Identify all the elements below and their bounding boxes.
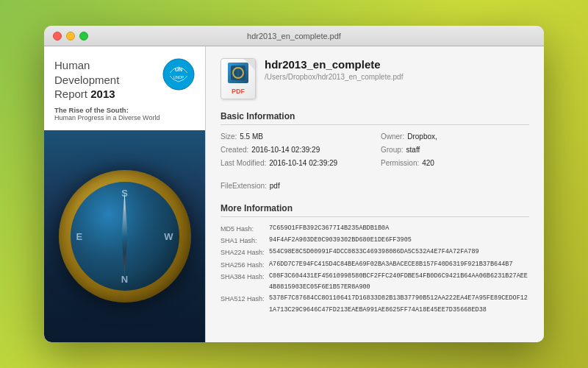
- modified-value: 2016-10-14 02:39:29: [269, 158, 337, 169]
- file-header: PDF hdr2013_en_complete /Users/Dropbox/h…: [220, 58, 529, 99]
- extension-value: pdf: [270, 180, 280, 193]
- pdf-thumbnail-icon: [231, 66, 245, 80]
- owner-label: Owner:: [381, 131, 404, 143]
- size-row: Size: 5.5 MB: [220, 131, 369, 143]
- md5-label: MD5 Hash:: [220, 223, 265, 235]
- sha224-value: 554C98E8C5D00991F4DCC0833C469398086DA5C5…: [269, 247, 479, 258]
- extension-row: FileExtension: pdf: [220, 180, 529, 193]
- md5-row: MD5 Hash: 7C659O1FFB392C3677I4B235ABDB1B…: [220, 223, 529, 235]
- hash-table: MD5 Hash: 7C659O1FFB392C3677I4B235ABDB1B…: [220, 223, 529, 316]
- sha224-label: SHA224 Hash:: [220, 247, 265, 258]
- undp-logo: UN UNDP: [162, 58, 195, 91]
- owner-value: Dropbox,: [407, 131, 437, 143]
- pdf-subtitle-line1: The Rise of the South:: [54, 106, 195, 114]
- sha512-label: SHA512 Hash:: [220, 293, 265, 305]
- file-type-label: PDF: [232, 88, 245, 95]
- created-label: Created:: [220, 144, 248, 156]
- extension-label: FileExtension:: [220, 180, 267, 193]
- close-button[interactable]: [53, 32, 62, 40]
- created-row: Created: 2016-10-14 02:39:29: [220, 144, 369, 156]
- maximize-button[interactable]: [79, 32, 88, 40]
- sha224-row: SHA224 Hash: 554C98E8C5D00991F4DCC0833C4…: [220, 247, 529, 258]
- group-label: Group:: [381, 144, 404, 156]
- sha384-value: C08F3C604431EF45610998580BCF2FFC240FDBE5…: [269, 271, 529, 294]
- basic-info-grid: Size: 5.5 MB Owner: Dropbox, Created: 20…: [220, 131, 529, 169]
- sha256-row: SHA256 Hash: A76DD7C7E94FC415D4C84BEA69F…: [220, 259, 529, 271]
- svg-text:UNDP: UNDP: [173, 75, 184, 79]
- sha1-row: SHA1 Hash: 94F4AF2A903DE0C9039302BD680E1…: [220, 235, 529, 247]
- permission-label: Permission:: [381, 158, 419, 169]
- sha384-label: SHA384 Hash:: [220, 271, 265, 294]
- file-title-block: hdr2013_en_complete /Users/Dropbox/hdr20…: [265, 58, 529, 81]
- permission-value: 420: [422, 158, 434, 169]
- created-value: 2016-10-14 02:39:29: [251, 144, 320, 156]
- md5-value: 7C659O1FFB392C3677I4B235ABDB1B0A: [269, 223, 389, 235]
- modified-row: Last Modified: 2016-10-14 02:39:29: [220, 158, 369, 169]
- group-value: staff: [406, 144, 420, 156]
- file-icon-thumbnail: [228, 63, 248, 83]
- size-label: Size:: [220, 131, 237, 143]
- more-info-title: More Information: [220, 203, 529, 217]
- file-path: /Users/Dropbox/hdr2013_en_complete.pdf: [265, 73, 529, 81]
- sha256-value: A76DD7C7E94FC415D4C84BEA69F02BA3ABACECE8…: [269, 259, 513, 271]
- compass-west: W: [164, 230, 173, 241]
- sha512-value: 5378F7C87684CC8O1106417D16833D82B13B3779…: [269, 293, 529, 316]
- sha1-label: SHA1 Hash:: [220, 235, 265, 247]
- compass-container: N S E W: [44, 130, 205, 343]
- right-panel: PDF hdr2013_en_complete /Users/Dropbox/h…: [206, 46, 544, 342]
- owner-row: Owner: Dropbox,: [381, 131, 529, 143]
- file-icon: PDF: [220, 58, 256, 99]
- sha1-value: 94F4AF2A903DE0C9039302BD680E1DE6FF3905: [269, 235, 412, 247]
- window-content: UN UNDP Human Development Report 2013 Th…: [44, 46, 544, 342]
- permission-row: Permission: 420: [381, 158, 529, 169]
- compass-inner: N S E W: [71, 182, 179, 291]
- main-window: hdr2013_en_complete.pdf UN UNDP Human De…: [44, 26, 544, 342]
- group-row: Group: staff: [381, 144, 529, 156]
- basic-info-title: Basic Information: [220, 111, 529, 125]
- size-value: 5.5 MB: [240, 131, 263, 143]
- compass-outer: N S E W: [59, 170, 191, 302]
- minimize-button[interactable]: [66, 32, 75, 40]
- titlebar: hdr2013_en_complete.pdf: [44, 26, 544, 46]
- compass-east: E: [76, 230, 83, 241]
- titlebar-title: hdr2013_en_complete.pdf: [247, 32, 341, 40]
- modified-label: Last Modified:: [220, 158, 266, 169]
- sha256-label: SHA256 Hash:: [220, 259, 265, 271]
- file-name: hdr2013_en_complete: [265, 58, 529, 71]
- traffic-lights: [53, 32, 88, 40]
- pdf-header: UN UNDP Human Development Report 2013 Th…: [44, 46, 205, 130]
- more-info-section: More Information MD5 Hash: 7C659O1FFB392…: [220, 203, 529, 316]
- svg-point-0: [163, 59, 194, 90]
- sha384-row: SHA384 Hash: C08F3C604431EF45610998580BC…: [220, 271, 529, 294]
- pdf-subtitle-line2: Human Progress in a Diverse World: [54, 114, 195, 121]
- left-panel: UN UNDP Human Development Report 2013 Th…: [44, 46, 206, 342]
- sha512-row: SHA512 Hash: 5378F7C87684CC8O1106417D168…: [220, 293, 529, 316]
